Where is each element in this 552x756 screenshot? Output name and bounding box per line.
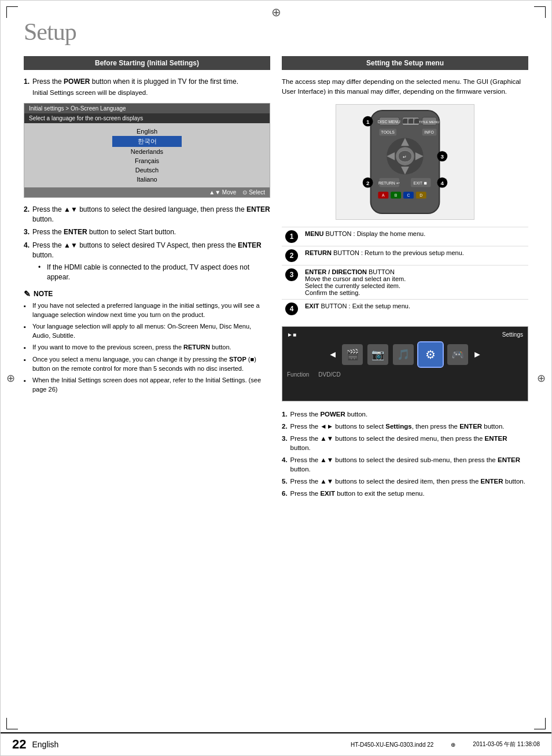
lang-english[interactable]: English bbox=[112, 127, 182, 136]
btn-circle-4: 4 bbox=[285, 303, 298, 315]
note-text-5: When the Initial Settings screen does no… bbox=[32, 376, 270, 394]
step-2: 2. Press the ▲▼ buttons to select the de… bbox=[24, 205, 270, 224]
left-section-header: Before Starting (Initial Settings) bbox=[24, 56, 270, 70]
right-column: Setting the Setup menu The access step m… bbox=[282, 56, 528, 501]
corner-mark-bl bbox=[6, 718, 18, 729]
note-item-2: ▪ Your language selection will apply to … bbox=[24, 322, 270, 340]
note-text-1: If you have not selected a preferred lan… bbox=[32, 301, 270, 319]
remote-diagram-container: DISC MENU ⬛⬛⬛ TITLE MENU 1 TOOLS INFO bbox=[336, 104, 474, 220]
settings-label: Settings bbox=[502, 331, 523, 338]
btn-num-4: 4 bbox=[282, 299, 301, 318]
lang-italian[interactable]: Italiano bbox=[112, 175, 182, 184]
settings-icon-music: 🎵 bbox=[393, 344, 414, 365]
note-bullet-3: ▪ bbox=[24, 343, 30, 352]
note-items-list: ▪ If you have not selected a preferred l… bbox=[24, 301, 270, 394]
lang-french[interactable]: Français bbox=[112, 156, 182, 165]
step-4-bullet: • If the HDMI cable is connected to the … bbox=[38, 263, 270, 282]
note-section: ✎ NOTE ▪ If you have not selected a pref… bbox=[24, 289, 270, 394]
svg-text:⬛⬛⬛: ⬛⬛⬛ bbox=[402, 117, 419, 123]
lang-dutch[interactable]: Nederlands bbox=[112, 147, 182, 156]
settings-icon-photo: 📷 bbox=[367, 344, 388, 365]
note-item-3: ▪ If you want to move to the previous sc… bbox=[24, 343, 270, 352]
crosshair-top: ⊕ bbox=[271, 5, 281, 19]
intro-text: The access step may differ depending on … bbox=[282, 77, 528, 97]
footer-left: 22 English bbox=[12, 737, 58, 752]
r-step-5-text: Press the ▲▼ buttons to select the desir… bbox=[290, 477, 525, 486]
r-step-6-text: Press the EXIT button to exit the setup … bbox=[290, 489, 425, 498]
page-language: English bbox=[32, 740, 58, 749]
init-box-lang: English 한국어 Nederlands Français Deutsch … bbox=[24, 123, 270, 187]
left-column: Before Starting (Initial Settings) 1. Pr… bbox=[24, 56, 270, 501]
btn-row-1: 1 MENU BUTTON : Display the home menu. bbox=[282, 227, 528, 246]
note-label: NOTE bbox=[34, 290, 53, 298]
r-step-6-num: 6. bbox=[282, 489, 288, 498]
footer-crosshair: ⊕ bbox=[451, 742, 455, 748]
btn-desc-1: MENU BUTTON : Display the home menu. bbox=[301, 227, 528, 246]
step-1: 1. Press the POWER button when it is plu… bbox=[24, 77, 270, 97]
step-2-content: Press the ▲▼ buttons to select the desir… bbox=[32, 205, 270, 224]
r-step-3-text: Press the ▲▼ buttons to select the desir… bbox=[290, 434, 528, 452]
right-arrow-icon: ► bbox=[473, 349, 482, 360]
left-arrow-icon: ◄ bbox=[328, 349, 337, 360]
note-pencil-icon: ✎ bbox=[24, 289, 31, 298]
settings-play-icon: ►■ bbox=[287, 331, 296, 338]
lang-korean[interactable]: 한국어 bbox=[112, 136, 182, 147]
settings-icons-row: ◄ 🎬 📷 🎵 ⚙ 🎮 ► bbox=[287, 342, 523, 367]
step-3-content: Press the ENTER button to select Start b… bbox=[32, 227, 176, 237]
btn-row-3: 3 ENTER / DIRECTION BUTTON Move the curs… bbox=[282, 265, 528, 299]
settings-tab-dvdcd: DVD/CD bbox=[318, 371, 340, 378]
btn-row-2: 2 RETURN BUTTON : Return to the previous… bbox=[282, 246, 528, 265]
settings-top-bar: ►■ Settings bbox=[287, 331, 523, 338]
r-step-2-text: Press the ◄► buttons to select Settings,… bbox=[290, 422, 505, 431]
svg-text:TITLE MENU: TITLE MENU bbox=[419, 120, 439, 123]
svg-text:3: 3 bbox=[441, 153, 444, 160]
btn-circle-3: 3 bbox=[285, 268, 298, 281]
page-title: Setup bbox=[24, 18, 528, 46]
svg-text:RETURN ↩: RETURN ↩ bbox=[378, 180, 400, 185]
svg-text:D: D bbox=[419, 193, 422, 197]
svg-text:B: B bbox=[395, 193, 398, 197]
note-bullet-2: ▪ bbox=[24, 322, 30, 340]
svg-text:DISC MENU: DISC MENU bbox=[378, 119, 400, 123]
right-steps: 1. Press the POWER button. 2. Press the … bbox=[282, 410, 528, 499]
svg-text:INFO: INFO bbox=[424, 130, 434, 134]
footer-right: HT-D450-XU-ENG-0303.indd 22 ⊕ 2011-03-05… bbox=[351, 740, 540, 748]
crosshair-left: ⊕ bbox=[6, 372, 15, 385]
right-section-header: Setting the Setup menu bbox=[282, 56, 528, 70]
svg-text:4: 4 bbox=[441, 179, 444, 186]
settings-screen-mockup: ►■ Settings ◄ 🎬 📷 🎵 ⚙ 🎮 ► Function DVD/C… bbox=[282, 326, 528, 401]
button-descriptions-table: 1 MENU BUTTON : Display the home menu. 2… bbox=[282, 227, 528, 318]
r-step-1-text: Press the POWER button. bbox=[290, 410, 368, 419]
note-text-3: If you want to move to the previous scre… bbox=[32, 343, 270, 352]
note-title: ✎ NOTE bbox=[24, 289, 270, 298]
crosshair-right: ⊕ bbox=[537, 372, 546, 385]
svg-text:1: 1 bbox=[366, 118, 370, 124]
page: ⊕ ⊕ ⊕ Setup Before Starting (Initial Set… bbox=[0, 0, 552, 756]
r-step-2-num: 2. bbox=[282, 422, 288, 431]
note-bullet-5: ▪ bbox=[24, 376, 30, 394]
r-step-2: 2. Press the ◄► buttons to select Settin… bbox=[282, 422, 528, 431]
page-number: 22 bbox=[12, 737, 26, 752]
step-4-num: 4. bbox=[24, 241, 30, 283]
r-step-1-num: 1. bbox=[282, 410, 288, 419]
r-step-3: 3. Press the ▲▼ buttons to select the de… bbox=[282, 434, 528, 452]
settings-icon-settings: ⚙ bbox=[418, 342, 443, 367]
r-step-6: 6. Press the EXIT button to exit the set… bbox=[282, 489, 528, 498]
init-box-subheader: Select a language for the on-screen disp… bbox=[24, 113, 270, 123]
note-item-1: ▪ If you have not selected a preferred l… bbox=[24, 301, 270, 319]
step-2-num: 2. bbox=[24, 205, 30, 224]
svg-text:2: 2 bbox=[366, 179, 370, 186]
init-box-footer: ▲▼ Move ⊙ Select bbox=[24, 187, 270, 197]
btn-desc-2: RETURN BUTTON : Return to the previous s… bbox=[301, 246, 528, 265]
note-item-4: ▪ Once you select a menu language, you c… bbox=[24, 355, 270, 373]
settings-bottom-bar: Function DVD/CD bbox=[287, 371, 523, 378]
btn-num-3: 3 bbox=[282, 265, 301, 299]
main-content: Before Starting (Initial Settings) 1. Pr… bbox=[24, 56, 528, 501]
lang-german[interactable]: Deutsch bbox=[112, 165, 182, 175]
note-bullet-1: ▪ bbox=[24, 301, 30, 319]
svg-text:C: C bbox=[407, 193, 410, 197]
settings-tab-function: Function bbox=[287, 371, 309, 378]
r-step-5-num: 5. bbox=[282, 477, 288, 486]
step-3: 3. Press the ENTER button to select Star… bbox=[24, 227, 270, 237]
step-4-content: Press the ▲▼ buttons to select desired T… bbox=[32, 241, 270, 283]
